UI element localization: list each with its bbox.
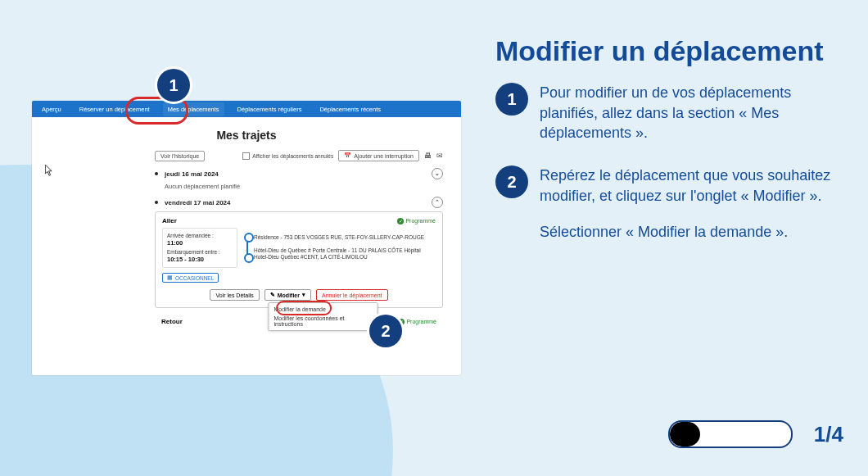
modify-dropdown: Modifier la demande Modifier les coordon… (268, 302, 377, 331)
add-interruption-button[interactable]: 📅Ajouter une interruption (338, 150, 419, 161)
step-extra-text: Sélectionner « Modifier la demande ». (540, 222, 839, 242)
step-number: 2 (495, 165, 528, 198)
pager: 1/4 (668, 420, 843, 448)
bullet-icon (155, 172, 158, 175)
step-2: 2 Repérez le déplacement que vous souhai… (495, 165, 839, 242)
route-dot-start (244, 233, 254, 243)
chevron-down-icon[interactable]: ⌄ (432, 168, 443, 179)
check-icon: ✓ (397, 218, 404, 224)
stop-origin: Résidence - 753 DES VOSGES RUE, STE-FOY-… (254, 234, 436, 241)
calendar-icon: 📅 (344, 152, 351, 159)
nav-item-apercu[interactable]: Aperçu (37, 102, 66, 116)
status-badge: ✓Programmé (397, 218, 436, 224)
trip-direction: Aller (162, 217, 177, 224)
progress-fill (670, 422, 700, 447)
top-nav: Aperçu Réserver un déplacement Mes dépla… (32, 101, 461, 117)
trip-card: Aller ✓Programmé Arrivée demandée : 11:0… (155, 211, 443, 308)
modify-button[interactable]: ✎Modifier ▾ (264, 289, 311, 301)
stop-destination: Hôtel-Dieu de Québec # Porte Centrale - … (254, 247, 436, 261)
annotation-badge-1: 1 (157, 69, 190, 102)
annotation-badge-2: 2 (369, 315, 402, 347)
cursor-icon (45, 165, 53, 176)
nav-item-reguliers[interactable]: Déplacements réguliers (233, 102, 307, 116)
trip-route: Résidence - 753 DES VOSGES RUE, STE-FOY-… (244, 228, 436, 268)
step-1: 1 Pour modifier un de vos déplacements p… (495, 83, 839, 143)
chevron-up-icon[interactable]: ⌃ (432, 197, 443, 208)
dropdown-item-modify-coords[interactable]: Modifier les coordonnées et instructions (269, 314, 377, 329)
print-icon[interactable]: 🖶 (424, 152, 432, 160)
details-button[interactable]: Voir les Détails (210, 289, 259, 301)
show-cancelled-checkbox[interactable]: Afficher les déplacements annulés (242, 152, 333, 160)
bullet-icon (155, 201, 158, 204)
day-label: jeudi 16 mai 2024 (165, 170, 219, 178)
show-cancelled-label: Afficher les déplacements annulés (252, 153, 333, 159)
day-label: vendredi 17 mai 2024 (165, 199, 231, 206)
page-title: Mes trajets (32, 129, 461, 142)
calendar-icon: ▦ (167, 274, 173, 281)
day-header-2[interactable]: vendredi 17 mai 2024 ⌃ (155, 197, 443, 208)
trip-tag: ▦OCCASIONNEL (162, 273, 219, 283)
step-number: 1 (495, 83, 528, 116)
pencil-icon: ✎ (270, 292, 275, 298)
return-label: Retour (161, 318, 183, 325)
cancel-trip-button[interactable]: Annuler le déplacement (316, 289, 388, 301)
route-dot-end (244, 253, 254, 263)
page-number: 1/4 (814, 422, 843, 447)
trip-times: Arrivée demandée : 11:00 Embarquement en… (162, 228, 237, 268)
progress-pill[interactable] (668, 420, 793, 448)
history-button[interactable]: Voir l'historique (155, 151, 205, 161)
step-text: Repérez le déplacement que vous souhaite… (540, 165, 839, 242)
day-header-1[interactable]: jeudi 16 mai 2024 ⌄ (155, 168, 443, 179)
nav-item-reserver[interactable]: Réserver un déplacement (75, 102, 155, 116)
no-trip-text: Aucun déplacement planifié (165, 183, 443, 190)
trip-actions: Voir les Détails ✎Modifier ▾ Annuler le … (162, 289, 436, 301)
instructions-panel: Modifier un déplacement 1 Pour modifier … (495, 36, 839, 265)
step-text: Pour modifier un de vos déplacements pla… (540, 83, 839, 143)
nav-item-mes-deplacements[interactable]: Mes déplacements (163, 102, 224, 116)
caret-down-icon: ▾ (302, 292, 305, 298)
nav-item-recents[interactable]: Déplacements récents (314, 102, 386, 116)
slide-title: Modifier un déplacement (495, 36, 839, 66)
mail-icon[interactable]: ✉ (436, 152, 443, 160)
status-badge: ✓Programmé (398, 319, 436, 325)
dropdown-item-modify-request[interactable]: Modifier la demande (269, 305, 377, 314)
